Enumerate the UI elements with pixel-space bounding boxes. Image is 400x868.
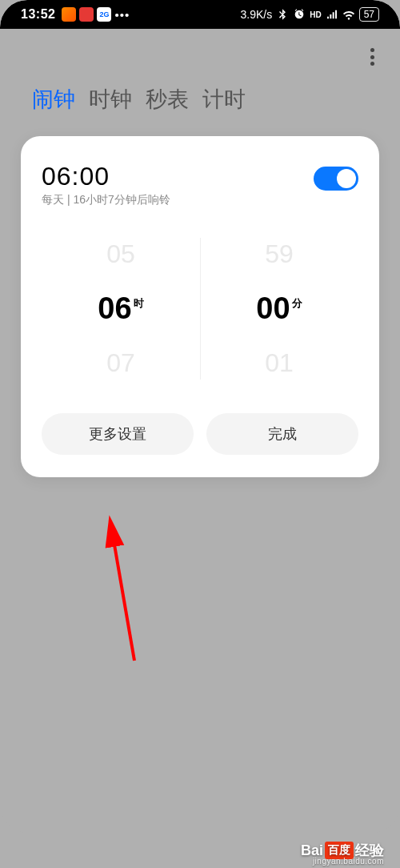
time-picker[interactable]: 05 06时 07 59 00分 01 [42, 231, 358, 386]
status-bar: 13:52 2G ••• 3.9K/s HD 57 [0, 0, 400, 29]
notification-app-icon-2 [79, 7, 94, 22]
hour-next: 07 [42, 340, 200, 386]
done-button[interactable]: 完成 [206, 413, 358, 455]
alarm-time-display: 06:00 [42, 162, 170, 191]
watermark: Bai 百度 经验 jingyan.baidu.com [0, 833, 400, 868]
alarm-icon [293, 8, 306, 21]
notification-app-icon-3: 2G [97, 7, 111, 22]
hour-picker[interactable]: 05 06时 07 [42, 231, 200, 386]
tab-clock[interactable]: 时钟 [89, 85, 132, 114]
hd-indicator: HD [310, 10, 321, 19]
minute-next: 01 [200, 340, 358, 386]
tab-bar: 闹钟 时钟 秒表 计时 [0, 70, 400, 136]
menu-more-icon[interactable] [366, 43, 379, 70]
more-notifications-icon: ••• [114, 8, 130, 22]
status-time: 13:52 [21, 7, 55, 22]
bluetooth-icon [276, 8, 289, 21]
alarm-toggle[interactable] [314, 167, 358, 191]
minute-selected: 00分 [256, 277, 302, 340]
alarm-subtitle: 每天 | 16小时7分钟后响铃 [42, 193, 170, 207]
signal-icon [326, 8, 338, 21]
tab-alarm[interactable]: 闹钟 [32, 85, 75, 114]
wifi-icon [342, 8, 355, 21]
minute-picker[interactable]: 59 00分 01 [200, 231, 358, 386]
more-settings-button[interactable]: 更多设置 [42, 413, 194, 455]
hour-selected: 06时 [98, 277, 143, 340]
tab-timer[interactable]: 计时 [202, 85, 246, 114]
net-speed: 3.9K/s [240, 8, 272, 21]
notification-app-icon-1 [62, 7, 76, 22]
watermark-url: jingyan.baidu.com [313, 857, 384, 866]
battery-indicator: 57 [359, 7, 379, 22]
alarm-edit-card: 06:00 每天 | 16小时7分钟后响铃 05 06时 07 59 00分 0… [21, 136, 379, 477]
minute-prev: 59 [200, 231, 358, 277]
hour-prev: 05 [42, 231, 200, 277]
tab-stopwatch[interactable]: 秒表 [146, 85, 189, 114]
